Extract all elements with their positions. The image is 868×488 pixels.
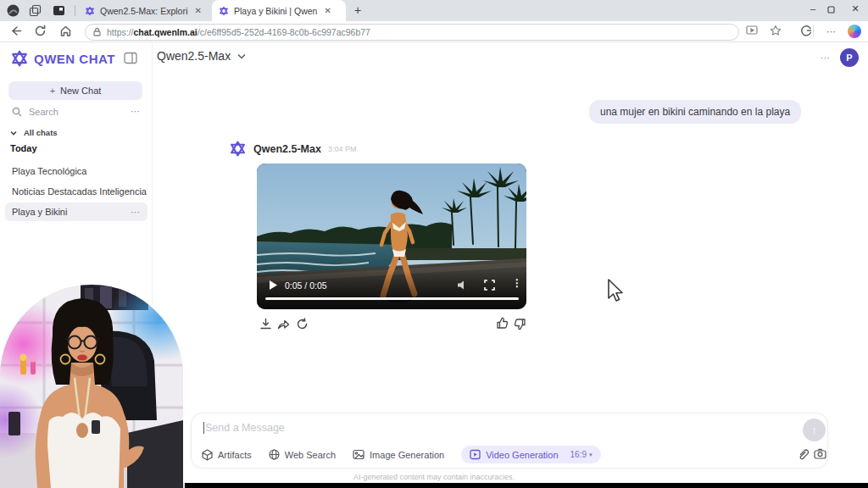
close-window-button[interactable]: ✕ (848, 3, 863, 14)
composer: Send a Message Artifacts Web Search Imag… (191, 413, 828, 469)
user-avatar[interactable]: P (840, 48, 859, 67)
chat-item-noticias[interactable]: Noticias Destacadas Inteligencia A (5, 182, 147, 201)
tab-favicon-icon (219, 6, 229, 16)
caret-down-icon: ▾ (589, 452, 593, 458)
tab-qwen-explore[interactable]: Qwen2.5-Max: Exploring the Inte ✕ (78, 0, 210, 21)
chat-item-playa-tecnologica[interactable]: Playa Tecnológica (5, 162, 147, 180)
video-generation-button[interactable]: Video Generation 16:9 ▾ (461, 446, 600, 463)
search-label: Search (29, 107, 58, 117)
assistant-message-header: Qwen2.5-Max 3:04 PM (229, 140, 356, 158)
workspaces-icon[interactable] (29, 4, 42, 17)
tab-actions-icon[interactable] (53, 4, 65, 17)
collapse-sidebar-icon[interactable] (124, 52, 137, 64)
chat-item-label: Playa Tecnológica (12, 166, 86, 176)
browser-menu-icon[interactable]: ⋯ (826, 26, 837, 37)
tab-favicon-icon (85, 6, 95, 16)
video-generation-label: Video Generation (486, 450, 558, 460)
video-progress-bar[interactable] (265, 297, 519, 300)
fullscreen-icon[interactable] (484, 280, 495, 291)
assistant-name: Qwen2.5-Max (253, 143, 321, 155)
browser-window: Qwen2.5-Max: Exploring the Inte ✕ Playa … (0, 0, 868, 488)
section-today: Today (10, 143, 37, 153)
send-arrow-icon: ↑ (811, 424, 817, 436)
lock-icon (92, 27, 102, 36)
assistant-timestamp: 3:04 PM (328, 145, 357, 153)
camera-icon[interactable] (814, 448, 826, 459)
all-chats-toggle[interactable]: All chats (10, 128, 58, 137)
tab-divider (75, 5, 75, 16)
video-time: 0:05 / 0:05 (285, 280, 327, 291)
video-icon (470, 449, 481, 460)
play-icon[interactable] (269, 280, 278, 291)
artifacts-label: Artifacts (218, 450, 252, 460)
artifacts-button[interactable]: Artifacts (202, 449, 252, 461)
new-chat-button[interactable]: + New Chat (8, 81, 142, 100)
text-caret (203, 422, 204, 434)
maximize-button[interactable] (827, 6, 843, 14)
tab-title: Playa y Bikini | Qwen (234, 6, 317, 16)
aspect-ratio-value: 16:9 (570, 450, 587, 459)
webcam-overlay (0, 285, 183, 488)
cube-icon (202, 449, 213, 461)
image-icon (353, 449, 364, 460)
video-menu-icon[interactable]: ⋮ (512, 277, 522, 289)
search-menu-icon[interactable]: ⋯ (131, 106, 141, 117)
input-placeholder: Send a Message (205, 422, 285, 434)
all-chats-label: All chats (24, 128, 58, 137)
attach-icon[interactable] (797, 448, 809, 460)
thumbs-up-icon[interactable] (496, 317, 509, 330)
tab-playa-bikini[interactable]: Playa y Bikini | Qwen ✕ (212, 0, 346, 21)
composer-toolbar: Artifacts Web Search Image Generation Vi… (202, 446, 601, 463)
url-bar[interactable]: https://chat.qwenlm.ai/c/e6ff95d5-252d-4… (85, 24, 739, 41)
tab-title: Qwen2.5-Max: Exploring the Inte (100, 6, 188, 16)
qwen-logo-icon (10, 49, 29, 68)
share-icon[interactable] (277, 318, 290, 330)
mute-icon[interactable] (457, 280, 469, 291)
browser-profile-avatar[interactable] (7, 4, 19, 17)
model-selector[interactable]: Qwen2.5-Max (157, 49, 246, 63)
aspect-ratio-dropdown[interactable]: 16:9 ▾ (570, 450, 593, 459)
favorite-star-icon[interactable] (770, 25, 782, 36)
search-row[interactable]: Search ⋯ (12, 106, 141, 117)
url-text: https://chat.qwenlm.ai/c/e6ff95d5-252d-4… (107, 27, 370, 37)
model-name: Qwen2.5-Max (157, 49, 231, 63)
qwen-logo-icon (229, 140, 247, 158)
toolbar-divider (813, 25, 814, 36)
download-icon[interactable] (259, 318, 272, 330)
chat-item-label: Noticias Destacadas Inteligencia A (12, 186, 147, 197)
thumbs-down-icon[interactable] (514, 318, 526, 330)
extension-icon[interactable] (800, 25, 812, 36)
mouse-cursor (607, 278, 626, 303)
chevron-down-icon (237, 53, 246, 59)
chat-item-label: Playa y Bikini (12, 207, 67, 217)
home-icon[interactable] (59, 25, 72, 37)
search-icon (12, 107, 22, 117)
refresh-icon[interactable] (34, 25, 47, 37)
chat-item-playa-y-bikini[interactable]: Playa y Bikini ⋯ (5, 202, 147, 221)
tab-close-icon[interactable]: ✕ (322, 6, 332, 15)
chevron-down-icon (10, 130, 17, 136)
streamer-webcam-scene (0, 285, 183, 488)
app-logo: QWEN CHAT (10, 49, 115, 68)
image-generation-label: Image Generation (370, 450, 444, 460)
globe-icon (269, 449, 280, 460)
tab-close-icon[interactable]: ✕ (193, 6, 203, 15)
regenerate-icon[interactable] (296, 318, 309, 330)
user-message-bubble: una mujer en bikini caminando en la play… (589, 100, 801, 124)
new-tab-button[interactable]: + (354, 3, 361, 17)
web-search-button[interactable]: Web Search (269, 449, 336, 460)
minimize-button[interactable]: – (805, 3, 821, 14)
chat-item-menu-icon[interactable]: ⋯ (131, 207, 141, 218)
conversation-menu-icon[interactable]: ⋯ (821, 53, 831, 64)
plus-icon: + (50, 86, 55, 96)
new-chat-label: New Chat (60, 86, 101, 96)
image-generation-button[interactable]: Image Generation (353, 449, 444, 460)
web-search-label: Web Search (285, 450, 336, 460)
send-button[interactable]: ↑ (803, 419, 826, 441)
logo-text: QWEN CHAT (34, 52, 115, 66)
message-input[interactable]: Send a Message (203, 422, 285, 434)
copilot-icon[interactable] (848, 25, 861, 38)
generated-video-player[interactable]: 0:05 / 0:05 ⋮ (257, 164, 526, 309)
picture-in-picture-icon[interactable] (746, 25, 758, 36)
back-icon[interactable] (9, 25, 22, 37)
